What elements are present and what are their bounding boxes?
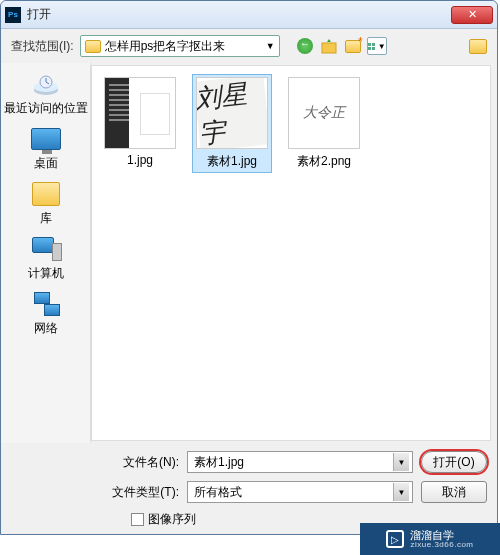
create-folder-button[interactable] <box>469 37 487 55</box>
chevron-down-icon[interactable]: ▼ <box>393 483 409 501</box>
filetype-row: 文件类型(T): 所有格式 ▼ 取消 <box>101 481 487 503</box>
photoshop-icon: Ps <box>5 7 21 23</box>
open-button[interactable]: 打开(O) <box>421 451 487 473</box>
file-thumbnail: 大令正 <box>288 77 360 149</box>
file-list[interactable]: 1.jpg 刘星宇 素材1.jpg 大令正 素材2.png <box>91 65 491 441</box>
sidebar-item-libraries[interactable]: 库 <box>29 179 63 228</box>
filename-label: 文件名(N): <box>101 454 179 471</box>
watermark-brand: 溜溜自学 <box>410 529 473 541</box>
library-icon <box>29 180 63 208</box>
toolbar: 查找范围(I): 怎样用ps把名字抠出来 ▼ ▼ <box>1 29 497 63</box>
titlebar: Ps 打开 ✕ <box>1 1 497 29</box>
file-item-3[interactable]: 大令正 素材2.png <box>284 74 364 173</box>
watermark-url: zixue.3d66.com <box>410 541 473 550</box>
folder-dropdown[interactable]: 怎样用ps把名字抠出来 ▼ <box>80 35 280 57</box>
sidebar-item-label: 计算机 <box>28 265 64 282</box>
new-folder-button[interactable] <box>344 37 362 55</box>
sidebar-item-computer[interactable]: 计算机 <box>28 234 64 283</box>
sidebar-item-label: 最近访问的位置 <box>4 100 88 117</box>
back-button[interactable] <box>296 37 314 55</box>
up-folder-icon <box>321 38 337 54</box>
sidebar-item-network[interactable]: 网络 <box>29 289 63 338</box>
chevron-down-icon: ▼ <box>266 41 275 51</box>
dialog-body: 最近访问的位置 桌面 库 计算机 网络 <box>1 63 497 443</box>
sidebar-item-desktop[interactable]: 桌面 <box>29 124 63 173</box>
filename-input[interactable]: 素材1.jpg ▼ <box>187 451 413 473</box>
dialog-title: 打开 <box>27 6 451 23</box>
view-mode-button[interactable]: ▼ <box>368 37 386 55</box>
watermark: ▷ 溜溜自学 zixue.3d66.com <box>360 523 500 555</box>
close-button[interactable]: ✕ <box>451 6 493 24</box>
sequence-label: 图像序列 <box>148 511 196 528</box>
back-arrow-icon <box>297 38 313 54</box>
scope-label: 查找范围(I): <box>11 38 74 55</box>
filetype-label: 文件类型(T): <box>101 484 179 501</box>
folder-icon <box>85 40 101 53</box>
file-thumbnail: 刘星宇 <box>196 77 268 149</box>
filetype-select[interactable]: 所有格式 ▼ <box>187 481 413 503</box>
file-label: 素材1.jpg <box>207 153 257 170</box>
image-sequence-checkbox[interactable] <box>131 513 144 526</box>
folder-icon <box>469 39 487 54</box>
file-label: 素材2.png <box>297 153 351 170</box>
computer-icon <box>29 235 63 263</box>
sidebar-item-label: 桌面 <box>34 155 58 172</box>
new-folder-icon <box>345 40 361 53</box>
chevron-down-icon[interactable]: ▼ <box>393 453 409 471</box>
open-file-dialog: Ps 打开 ✕ 查找范围(I): 怎样用ps把名字抠出来 ▼ ▼ <box>0 0 498 535</box>
sidebar-item-label: 网络 <box>34 320 58 337</box>
file-thumbnail <box>104 77 176 149</box>
play-icon: ▷ <box>386 530 404 548</box>
sidebar-item-recent[interactable]: 最近访问的位置 <box>4 69 88 118</box>
cancel-button[interactable]: 取消 <box>421 481 487 503</box>
bottom-panel: 文件名(N): 素材1.jpg ▼ 打开(O) 文件类型(T): 所有格式 ▼ … <box>1 443 497 534</box>
folder-name: 怎样用ps把名字抠出来 <box>105 38 226 55</box>
sidebar-item-label: 库 <box>40 210 52 227</box>
network-icon <box>29 290 63 318</box>
recent-places-icon <box>29 70 63 98</box>
filename-row: 文件名(N): 素材1.jpg ▼ 打开(O) <box>101 451 487 473</box>
desktop-icon <box>29 125 63 153</box>
up-folder-button[interactable] <box>320 37 338 55</box>
file-label: 1.jpg <box>127 153 153 167</box>
file-item-2[interactable]: 刘星宇 素材1.jpg <box>192 74 272 173</box>
svg-rect-0 <box>322 43 336 53</box>
view-grid-icon: ▼ <box>367 37 387 55</box>
file-item-1[interactable]: 1.jpg <box>100 74 180 170</box>
places-sidebar: 最近访问的位置 桌面 库 计算机 网络 <box>1 63 91 443</box>
nav-icons: ▼ <box>296 37 386 55</box>
